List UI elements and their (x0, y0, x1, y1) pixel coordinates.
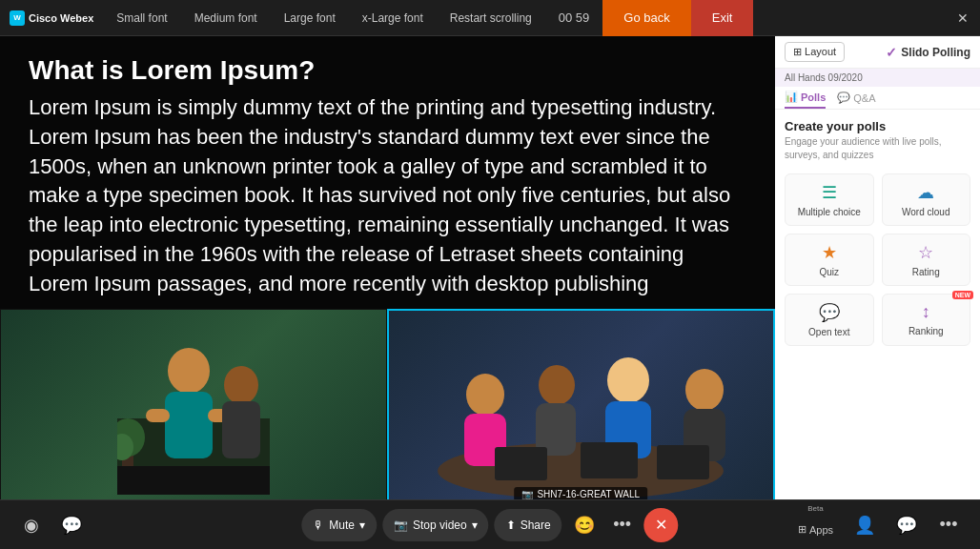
slido-tabs: 📊 Polls 💬 Q&A (775, 87, 980, 110)
svg-rect-22 (657, 445, 709, 479)
open-text-label: Open text (808, 327, 849, 337)
emoji-icon: 😊 (574, 515, 595, 536)
chat-button-right[interactable]: 💬 (890, 509, 923, 541)
poll-type-grid: ☰ Multiple choice ☁ Word cloud ★ Quiz ☆ … (785, 173, 970, 346)
chat-button-left[interactable]: 💬 (55, 509, 88, 541)
stop-video-label: Stop video (413, 518, 467, 532)
video-label-text: SHN7-16-GREAT WALL (537, 489, 640, 499)
rating-label: Rating (912, 267, 940, 277)
ranking-icon: ↕ (922, 302, 930, 322)
people-button[interactable]: 👤 (848, 509, 881, 541)
slido-check-icon: ✓ (886, 45, 897, 60)
mute-button[interactable]: 🎙 Mute ▾ (301, 509, 377, 541)
chat-icon-right: 💬 (896, 515, 917, 536)
top-toolbar: W Cisco Webex Small font Medium font Lar… (0, 0, 980, 36)
scroll-text-area: What is Lorem Ipsum? Lorem Ipsum is simp… (0, 36, 775, 309)
stop-video-button[interactable]: 📷 Stop video ▾ (382, 509, 489, 541)
person-svg-1 (117, 323, 270, 495)
svg-rect-6 (146, 409, 170, 422)
layout-button[interactable]: ⊞ Layout (785, 42, 845, 62)
bottom-right-controls: Beta ⊞ Apps 👤 💬 ••• (792, 504, 965, 546)
go-back-button[interactable]: Go back (602, 0, 690, 36)
main-content: What is Lorem Ipsum? Lorem Ipsum is simp… (0, 36, 980, 499)
emoji-button[interactable]: 😊 (568, 509, 601, 541)
bottom-left-controls: ◉ 💬 (15, 509, 88, 541)
restart-scrolling-button[interactable]: Restart scrolling (437, 0, 545, 36)
slido-create-title: Create your polls (785, 119, 970, 133)
svg-point-12 (466, 374, 504, 416)
slido-create-desc: Engage your audience with live polls, su… (785, 135, 970, 162)
poll-type-word-cloud[interactable]: ☁ Word cloud (882, 173, 971, 226)
share-button[interactable]: ⬆ Share (495, 509, 562, 541)
app-name: Cisco Webex (29, 12, 93, 24)
video-content-2 (389, 311, 774, 499)
exit-button[interactable]: Exit (691, 0, 754, 36)
more-icon-center: ••• (613, 515, 631, 535)
apps-button[interactable]: ⊞ Apps (792, 514, 839, 546)
medium-font-button[interactable]: Medium font (181, 0, 271, 36)
poll-type-rating[interactable]: ☆ Rating (882, 234, 971, 286)
small-font-button[interactable]: Small font (103, 0, 180, 36)
scroll-heading: What is Lorem Ipsum? (29, 55, 746, 86)
qa-icon: 💬 (837, 92, 850, 104)
mute-chevron: ▾ (359, 518, 365, 532)
multiple-choice-label: Multiple choice (798, 207, 861, 217)
svg-point-14 (539, 365, 575, 405)
svg-point-4 (168, 348, 210, 394)
slido-title-text: Slido Polling (901, 46, 970, 59)
scroll-body: Lorem Ipsum is simply dummy text of the … (29, 93, 746, 299)
word-cloud-label: Word cloud (902, 207, 949, 217)
window-close-button[interactable]: ✕ (946, 0, 980, 36)
video-icon: 📷 (394, 518, 408, 532)
quiz-label: Quiz (819, 267, 839, 277)
mic-icon: 🎙 (313, 518, 324, 532)
video-cell-2[interactable]: 📷 SHN7-16-GREAT WALL (387, 309, 776, 499)
more-icon-right: ••• (940, 515, 958, 535)
slido-panel: ⊞ Layout ✓ Slido Polling All Hands 09/20… (775, 36, 980, 499)
person-svg-2 (409, 318, 752, 499)
tab-polls-label: Polls (801, 92, 826, 103)
svg-rect-10 (117, 466, 270, 495)
people-icon: 👤 (854, 515, 875, 536)
video-active-label: 📷 SHN7-16-GREAT WALL (514, 487, 647, 499)
video-chevron: ▾ (472, 518, 478, 532)
timer-display: 00 59 (545, 10, 603, 25)
svg-rect-21 (581, 442, 638, 478)
apps-grid-icon: ⊞ (798, 523, 806, 536)
svg-point-8 (224, 366, 258, 404)
chat-icon-left: 💬 (61, 515, 82, 536)
svg-rect-5 (165, 392, 213, 458)
xlarge-font-button[interactable]: x-Large font (349, 0, 437, 36)
polls-chart-icon: 📊 (785, 91, 798, 103)
avatar-icon: ◉ (24, 515, 39, 536)
rating-icon: ☆ (918, 242, 933, 263)
apps-control: Beta ⊞ Apps (792, 504, 839, 546)
slido-sub-header: All Hands 09/2020 (775, 69, 980, 87)
poll-type-ranking[interactable]: NEW ↕ Ranking (882, 294, 971, 346)
poll-type-open-text[interactable]: 💬 Open text (785, 294, 874, 346)
video-label-icon: 📷 (521, 489, 533, 499)
tab-qa[interactable]: 💬 Q&A (837, 91, 875, 109)
poll-type-quiz[interactable]: ★ Quiz (785, 234, 874, 286)
cisco-icon: W (10, 10, 25, 26)
slido-content: Create your polls Engage your audience w… (775, 110, 980, 499)
tab-polls[interactable]: 📊 Polls (785, 91, 826, 109)
slido-badge: ✓ Slido Polling (886, 45, 970, 60)
multiple-choice-icon: ☰ (822, 182, 837, 203)
tab-qa-label: Q&A (853, 92, 875, 104)
svg-rect-20 (495, 447, 547, 480)
large-font-button[interactable]: Large font (271, 0, 349, 36)
avatar-button[interactable]: ◉ (15, 509, 48, 541)
svg-point-16 (607, 357, 649, 403)
poll-type-multiple-choice[interactable]: ☰ Multiple choice (785, 173, 874, 226)
video-grid: 📷 SHN7-16-GREAT WALL (0, 309, 775, 499)
new-badge: NEW (952, 291, 973, 299)
more-button-right[interactable]: ••• (932, 509, 965, 541)
end-call-icon: ✕ (655, 516, 667, 534)
bottom-center-controls: 🎙 Mute ▾ 📷 Stop video ▾ ⬆ Share 😊 ••• ✕ (301, 508, 678, 542)
video-content-1 (1, 310, 386, 499)
share-label: Share (521, 518, 551, 532)
more-button-center[interactable]: ••• (606, 509, 639, 541)
end-call-button[interactable]: ✕ (644, 508, 679, 542)
share-icon: ⬆ (506, 518, 516, 532)
